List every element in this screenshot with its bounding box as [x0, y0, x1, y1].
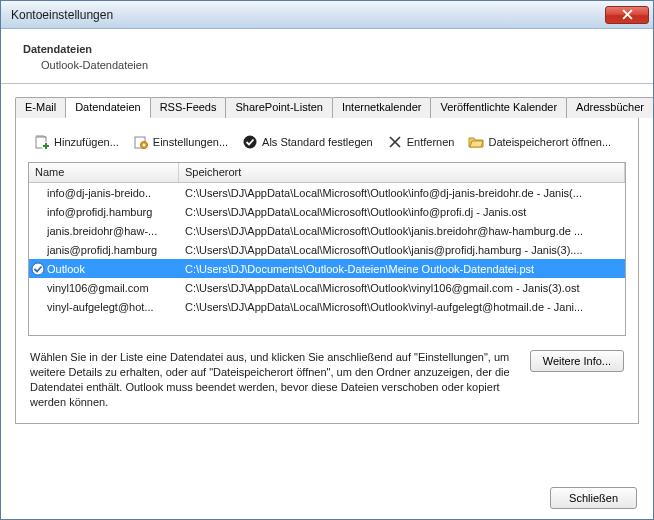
column-header-location[interactable]: Speicherort	[179, 163, 625, 182]
header-title: Datendateien	[23, 43, 633, 55]
add-button[interactable]: Hinzufügen...	[30, 132, 123, 152]
settings-icon	[133, 134, 149, 150]
add-icon	[34, 134, 50, 150]
table-row[interactable]: janis.breidohr@haw-...C:\Users\DJ\AppDat…	[29, 221, 625, 240]
tab-sharepoint-listen[interactable]: SharePoint-Listen	[225, 97, 332, 118]
cell-location: C:\Users\DJ\AppData\Local\Microsoft\Outl…	[179, 187, 625, 199]
tab-panel-data-files: Hinzufügen... Einstellungen... Als Stand…	[15, 118, 639, 424]
cell-name: info@profidj.hamburg	[47, 206, 179, 218]
remove-label: Entfernen	[407, 136, 455, 148]
remove-button[interactable]: Entfernen	[383, 132, 459, 152]
default-marker-icon	[29, 262, 47, 276]
tab-strip: E-MailDatendateienRSS-FeedsSharePoint-Li…	[15, 96, 639, 118]
cell-name: Outlook	[47, 263, 179, 275]
list-header: Name Speicherort	[29, 163, 625, 183]
title-bar: Kontoeinstellungen	[1, 1, 653, 29]
remove-icon	[387, 134, 403, 150]
tab-e-mail[interactable]: E-Mail	[15, 97, 66, 118]
header-subtitle: Outlook-Datendateien	[23, 59, 633, 71]
cell-name: janis@profidj.hamburg	[47, 244, 179, 256]
cell-name: info@dj-janis-breido..	[47, 187, 179, 199]
table-row[interactable]: vinyl106@gmail.comC:\Users\DJ\AppData\Lo…	[29, 278, 625, 297]
close-window-button[interactable]	[605, 6, 649, 24]
cell-location: C:\Users\DJ\AppData\Local\Microsoft\Outl…	[179, 301, 625, 313]
dialog-header: Datendateien Outlook-Datendateien	[1, 29, 653, 84]
cell-location: C:\Users\DJ\AppData\Local\Microsoft\Outl…	[179, 282, 625, 294]
cell-location: C:\Users\DJ\Documents\Outlook-Dateien\Me…	[179, 263, 625, 275]
add-label: Hinzufügen...	[54, 136, 119, 148]
cell-name: vinyl106@gmail.com	[47, 282, 179, 294]
column-header-name[interactable]: Name	[29, 163, 179, 182]
tab-internetkalender[interactable]: Internetkalender	[332, 97, 432, 118]
window-title: Kontoeinstellungen	[11, 8, 113, 22]
toolbar: Hinzufügen... Einstellungen... Als Stand…	[28, 128, 626, 162]
cell-name: janis.breidohr@haw-...	[47, 225, 179, 237]
set-default-button[interactable]: Als Standard festlegen	[238, 132, 377, 152]
open-location-button[interactable]: Dateispeicherort öffnen...	[464, 132, 615, 152]
tab-datendateien[interactable]: Datendateien	[65, 97, 150, 118]
cell-location: C:\Users\DJ\AppData\Local\Microsoft\Outl…	[179, 225, 625, 237]
table-row[interactable]: OutlookC:\Users\DJ\Documents\Outlook-Dat…	[29, 259, 625, 278]
cell-location: C:\Users\DJ\AppData\Local\Microsoft\Outl…	[179, 244, 625, 256]
svg-point-6	[32, 263, 44, 275]
tab-rss-feeds[interactable]: RSS-Feeds	[150, 97, 227, 118]
svg-point-4	[143, 144, 145, 146]
table-row[interactable]: janis@profidj.hamburgC:\Users\DJ\AppData…	[29, 240, 625, 259]
settings-label: Einstellungen...	[153, 136, 228, 148]
cell-name: vinyl-aufgelegt@hot...	[47, 301, 179, 313]
set-default-label: Als Standard festlegen	[262, 136, 373, 148]
table-row[interactable]: info@profidj.hamburgC:\Users\DJ\AppData\…	[29, 202, 625, 221]
table-row[interactable]: vinyl-aufgelegt@hot...C:\Users\DJ\AppDat…	[29, 297, 625, 316]
svg-point-5	[244, 136, 257, 149]
cell-location: C:\Users\DJ\AppData\Local\Microsoft\Outl…	[179, 206, 625, 218]
more-info-button[interactable]: Weitere Info...	[530, 350, 624, 372]
data-files-list: Name Speicherort info@dj-janis-breido..C…	[28, 162, 626, 336]
settings-button[interactable]: Einstellungen...	[129, 132, 232, 152]
help-text: Wählen Sie in der Liste eine Datendatei …	[30, 350, 518, 409]
open-location-label: Dateispeicherort öffnen...	[488, 136, 611, 148]
tab-adressb-cher[interactable]: Adressbücher	[566, 97, 654, 118]
close-icon	[622, 9, 633, 20]
folder-open-icon	[468, 134, 484, 150]
check-circle-icon	[242, 134, 258, 150]
tab-ver-ffentlichte-kalender[interactable]: Veröffentlichte Kalender	[430, 97, 567, 118]
close-dialog-button[interactable]: Schließen	[550, 487, 637, 509]
table-row[interactable]: info@dj-janis-breido..C:\Users\DJ\AppDat…	[29, 183, 625, 202]
